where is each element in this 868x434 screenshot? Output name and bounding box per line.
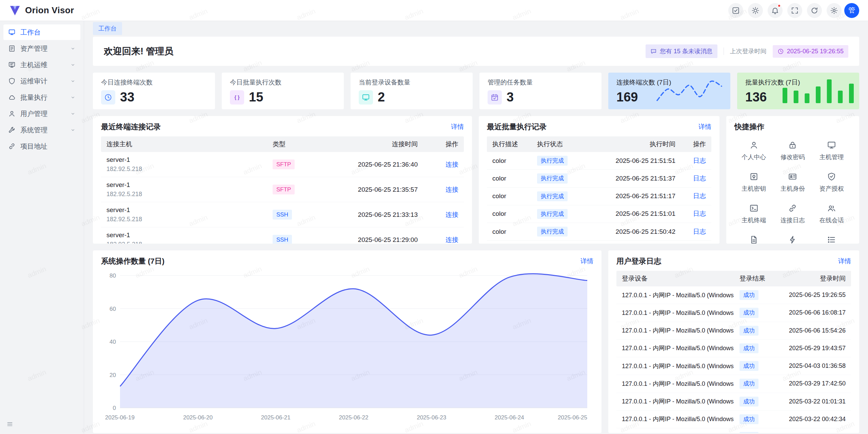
user-avatar[interactable]: 管 [844,3,859,18]
connect-link[interactable]: 连接 [446,161,458,168]
chevron-down-icon [70,95,76,100]
result-cell: 成功 [734,393,778,410]
sidebar-item-label: 批量执行 [20,93,65,102]
quick-action-asset-authorization[interactable]: 资产授权 [812,172,851,193]
time-cell: 2025-06-25 21:35:57 [318,177,423,202]
status-cell: 执行完成 [532,241,591,244]
sidebar-item-user-management[interactable]: 用户管理 [3,106,80,121]
sidebar-item-project-link[interactable]: 项目地址 [3,138,80,154]
chevron-down-icon [70,127,76,133]
log-link[interactable]: 日志 [693,228,706,235]
theme-toggle-button[interactable] [748,3,763,18]
result-tag: 成功 [739,326,758,336]
sidebar-item-host-operations[interactable]: 主机运维 [3,57,80,73]
quick-action-host-identities[interactable]: 主机身份 [773,172,812,193]
fullscreen-button[interactable] [787,3,802,18]
app-logo[interactable]: Orion Visor [9,4,74,17]
quick-action-connection-logs[interactable]: 连接日志 [773,204,812,224]
tab-workbench[interactable]: 工作台 [93,22,122,35]
batch-execution-row: color执行完成2025-06-25 21:51:17日志 [487,187,711,205]
sidebar-item-asset-management[interactable]: 资产管理 [3,41,80,56]
settings-button[interactable] [827,3,842,18]
refresh-icon [810,6,818,15]
login-log-row: 127.0.0.1 - 内网IP - Mozilla/5.0 (Windows … [616,322,851,339]
quick-action-file-operation-logs[interactable]: 文件操作日志 [734,235,773,244]
stat-value: 136 [745,90,767,105]
svg-text:2025-06-19: 2025-06-19 [105,414,135,421]
message-icon [650,48,657,55]
refresh-button[interactable] [807,3,822,18]
sidebar-item-batch-execution[interactable]: 批量执行 [3,90,80,105]
status-tag: 执行完成 [537,191,568,201]
host-cell: server-1182.92.5.218 [101,152,267,177]
time-cell: 2025-06-25 21:36:40 [318,152,423,177]
time-cell: 2025-06-25 21:51:17 [591,187,681,205]
column-header: 登录设备 [616,271,734,286]
braces-icon: { } [230,90,244,105]
quick-action-personal-center[interactable]: 个人中心 [734,140,773,161]
connect-link[interactable]: 连接 [446,186,458,193]
device-cell: 127.0.0.1 - 内网IP - Mozilla/5.0 (Windows … [616,304,734,322]
quick-action-host-management[interactable]: 主机管理 [812,140,851,161]
log-link[interactable]: 日志 [693,192,706,200]
protocol-tag: SFTP [273,185,295,194]
result-cell: 成功 [734,322,778,339]
quick-action-command-execution[interactable]: 命令执行 [773,235,812,244]
cloud-icon [8,94,16,101]
log-link[interactable]: 日志 [693,175,706,182]
batch-execution-row: color执行完成2025-06-25 21:51:01日志 [487,205,711,223]
log-link[interactable]: 日志 [693,157,706,164]
stat-card-batch-executions-7d: 批量执行次数 (7日)136 [737,73,859,109]
status-cell: 执行完成 [532,170,591,187]
connect-link[interactable]: 连接 [446,211,458,218]
result-tag: 成功 [739,343,758,353]
log-link[interactable]: 日志 [693,210,706,217]
protocol-tag: SSH [273,210,292,220]
chevron-down-icon [70,111,76,116]
quick-action-label: 资产授权 [820,185,844,193]
login-log-row: 127.0.0.1 - 内网IP - Mozilla/5.0 (Windows … [616,428,851,433]
action-cell: 连接 [423,227,464,244]
result-cell: 成功 [734,339,778,357]
host-cell: server-1182.92.5.218 [101,227,267,244]
last-login-time-text: 2025-06-25 19:26:55 [787,48,844,55]
monitor-icon [359,90,373,105]
apps-check-button[interactable] [728,3,743,18]
login-log-row: 127.0.0.1 - 内网IP - Mozilla/5.0 (Windows … [616,357,851,375]
batch-7d-sparkbars [783,78,854,105]
time-cell: 2025-05-29 19:43:57 [778,339,851,357]
quick-action-label: 主机管理 [820,153,844,161]
link-icon [788,204,797,213]
last-login-label: 上次登录时间 [730,47,767,55]
terminal-icon [749,204,758,213]
sidebar-item-system-management[interactable]: 系统管理 [3,122,80,138]
tab-bar: 工作台 [84,21,868,36]
batch-executions-more-link[interactable]: 详情 [698,122,711,131]
login-logs-more-link[interactable]: 详情 [838,257,851,266]
connect-link[interactable]: 连接 [446,236,458,243]
action-cell: 日志 [681,152,711,170]
terminal-connection-row: server-1182.92.5.218SFTP2025-06-25 21:35… [101,177,464,202]
column-header: 类型 [267,136,318,152]
svg-text:20: 20 [110,372,116,378]
sidebar-item-workbench[interactable]: 工作台 [3,24,80,40]
login-log-row: 127.0.0.1 - 内网IP - Mozilla/5.0 (Windows … [616,286,851,304]
quick-action-host-keys[interactable]: 主机密钥 [734,172,773,193]
quick-actions-title: 快捷操作 [734,122,764,132]
notifications-button[interactable] [768,3,783,18]
login-logs-card: 用户登录日志 详情 登录设备登录结果登录时间127.0.0.1 - 内网IP -… [608,250,859,433]
quick-action-execution-logs[interactable]: 执行日志 [812,235,851,244]
sidebar-item-label: 项目地址 [20,142,76,151]
unread-messages-badge[interactable]: 您有 15 条未读消息 [646,44,717,58]
collapse-sidebar-button[interactable] [5,419,15,429]
quick-action-host-terminal[interactable]: 主机终端 [734,204,773,224]
terminal-connections-more-link[interactable]: 详情 [451,122,464,131]
quick-action-change-password[interactable]: 修改密码 [773,140,812,161]
sidebar-item-operations-audit[interactable]: 运维审计 [3,73,80,89]
quick-action-online-sessions[interactable]: 在线会话 [812,204,851,224]
device-cell: 127.0.0.1 - 内网IP - Mozilla/5.0 (Windows … [616,357,734,375]
last-login-time-badge: 2025-06-25 19:26:55 [773,45,848,58]
time-cell: 2025-06-25 21:51:51 [591,152,681,170]
login-log-row: 127.0.0.1 - 内网IP - Mozilla/5.0 (Windows … [616,339,851,357]
system-ops-more-link[interactable]: 详情 [580,257,593,266]
